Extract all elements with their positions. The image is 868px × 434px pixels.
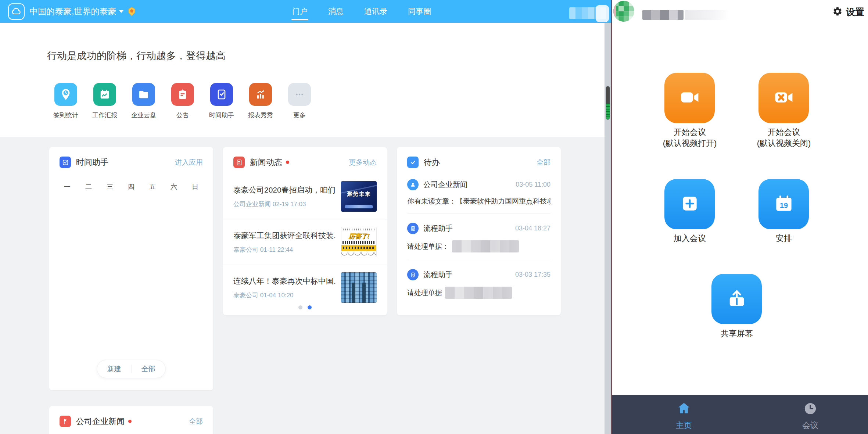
redacted-text (445, 287, 512, 299)
news-item[interactable]: 泰豪军工集团获评全联科技装... 泰豪公司 01-11 22:44 厉害了! (223, 219, 387, 265)
share-screen-icon (725, 286, 749, 312)
tab-colleagues[interactable]: 同事圈 (408, 0, 431, 23)
card-title: 待办 (424, 157, 440, 168)
schedule-label: 安排 (736, 233, 832, 244)
form-doc-icon (407, 223, 419, 234)
carousel-dot[interactable] (298, 305, 302, 309)
join-meeting-label: 加入会议 (642, 233, 738, 244)
app-more[interactable]: 更多 (280, 83, 319, 119)
check-icon (407, 157, 419, 168)
share-screen-label: 共享屏幕 (689, 328, 785, 339)
meeting-app: 设置 开始会议(默认视频打开) 开始会议(默认视频关闭) 19 加入会议 安排 … (611, 0, 868, 434)
news-thumbnail: 厉害了! (341, 227, 377, 257)
news-thumbnail (341, 272, 377, 303)
share-screen-button[interactable] (711, 274, 762, 324)
calendar-actions: 新建 全部 (97, 360, 166, 378)
news-doc-icon (233, 157, 245, 168)
clock-icon (803, 411, 818, 417)
weekday: 三 (107, 182, 113, 191)
start-meeting-video-on-button[interactable] (664, 73, 715, 123)
todo-item[interactable]: 公司企业新闻 03-05 11:00 你有未读文章：【泰豪软件助力国网重点科技项… (397, 170, 561, 214)
todo-item[interactable]: 流程助手 03-04 18:27 请处理单据： (397, 214, 561, 260)
motto-text: 行动是成功的阶梯，行动越多，登得越高 (47, 49, 226, 62)
all-todos-link[interactable]: 全部 (537, 158, 550, 167)
redacted-text (452, 240, 519, 252)
meeting-header: 设置 (612, 0, 868, 24)
tablet-check-icon (210, 83, 233, 106)
weekday: 五 (149, 182, 156, 191)
schedule-button[interactable]: 19 (758, 179, 809, 229)
news-item[interactable]: 泰豪公司2020春招启动，咱们... 公司企业新闻 02-19 17:03 聚势… (223, 174, 387, 219)
medal-badge-icon (127, 7, 137, 17)
portal-hero: 行动是成功的阶梯，行动越多，登得越高 签到统计 工作汇报 企业云盘 (0, 23, 611, 137)
unread-dot (286, 161, 289, 164)
tab-portal[interactable]: 门户 (292, 0, 308, 23)
news-item[interactable]: 连续八年！泰豪再次中标中国... 泰豪公司 01-04 10:20 (223, 265, 387, 310)
folder-icon (132, 83, 155, 106)
todo-item[interactable]: 流程助手 03-03 17:35 请处理单据 (397, 260, 561, 306)
redacted-avatar[interactable] (613, 1, 634, 22)
meeting-tabbar: 主页 会议 (612, 395, 868, 434)
video-camera-icon (678, 85, 702, 111)
svg-text:19: 19 (779, 201, 788, 209)
start-meeting-video-on-label: 开始会议(默认视频打开) (642, 127, 738, 149)
brand-title: 中国的泰豪,世界的泰豪 (29, 6, 116, 17)
cloud-logo-icon[interactable] (8, 3, 25, 20)
tab-messages[interactable]: 消息 (328, 0, 344, 23)
all-company-news-link[interactable]: 全部 (189, 417, 203, 426)
all-events-button[interactable]: 全部 (132, 364, 165, 374)
enter-app-link[interactable]: 进入应用 (175, 158, 203, 167)
settings-label: 设置 (846, 6, 864, 18)
redacted-username[interactable] (569, 7, 606, 19)
home-icon (676, 411, 692, 417)
app-checkin-stats[interactable]: 签到统计 (46, 83, 85, 119)
company-news-card: 公司企业新闻 全部 (49, 406, 213, 434)
news-thumbnail: 聚势未来 (341, 181, 377, 212)
app-time-assistant[interactable]: 时间助手 (202, 83, 241, 119)
more-news-link[interactable]: 更多动态 (349, 158, 377, 167)
calendar-icon: 19 (772, 191, 796, 217)
tab-meetings[interactable]: 会议 (786, 401, 834, 431)
check-square-icon (60, 157, 71, 168)
tab-home[interactable]: 主页 (660, 401, 708, 431)
calendar-weekday-row: 一 二 三 四 五 六 日 (49, 182, 213, 191)
tab-contacts[interactable]: 通讯录 (364, 0, 387, 23)
chevron-down-icon[interactable] (119, 10, 123, 13)
todo-list: 公司企业新闻 03-05 11:00 你有未读文章：【泰豪软件助力国网重点科技项… (397, 170, 561, 306)
pin-clock-icon (54, 83, 77, 106)
app-report-show[interactable]: 报表秀秀 (241, 83, 280, 119)
join-meeting-button[interactable] (664, 179, 715, 229)
calendar-chart-icon (93, 83, 116, 106)
start-meeting-video-off-button[interactable] (758, 73, 809, 123)
video-camera-off-icon (772, 85, 796, 111)
news-list: 泰豪公司2020春招启动，咱们... 公司企业新闻 02-19 17:03 聚势… (223, 174, 387, 310)
more-dots-icon (288, 83, 311, 106)
app-announcement[interactable]: 公告 (163, 83, 202, 119)
app-cloud-drive[interactable]: 企业云盘 (124, 83, 163, 119)
redacted-avatar (596, 5, 609, 22)
new-event-button[interactable]: 新建 (97, 364, 131, 374)
scrollbar-track[interactable] (605, 23, 611, 434)
card-title: 时间助手 (76, 157, 108, 168)
weekday: 六 (171, 182, 177, 191)
weekday: 四 (128, 182, 134, 191)
todo-card: 待办 全部 公司企业新闻 03-05 11:00 你有未读文章：【泰豪软件助力国… (397, 147, 561, 315)
news-card: 新闻动态 更多动态 泰豪公司2020春招启动，咱们... 公司企业新闻 02-1… (223, 147, 387, 315)
app-shortcut-row: 签到统计 工作汇报 企业云盘 公告 (46, 83, 319, 119)
portal-app: 中国的泰豪,世界的泰豪 门户 消息 通讯录 同事圈 行动是成功的阶梯，行动越多，… (0, 0, 611, 434)
redacted-username-tail (685, 10, 729, 20)
unread-dot (128, 420, 132, 423)
redacted-username (642, 10, 684, 20)
carousel-dots (223, 305, 387, 309)
scrollbar-thumb[interactable] (606, 86, 610, 120)
plus-icon (678, 191, 702, 217)
card-title: 公司企业新闻 (76, 416, 125, 427)
user-badge-icon (407, 179, 419, 190)
settings-button[interactable]: 设置 (832, 6, 864, 18)
flag-icon (60, 416, 71, 427)
weekday: 日 (192, 182, 198, 191)
gear-icon (832, 6, 843, 18)
card-title: 新闻动态 (250, 157, 282, 168)
carousel-dot-active[interactable] (308, 305, 312, 309)
app-work-report[interactable]: 工作汇报 (85, 83, 124, 119)
